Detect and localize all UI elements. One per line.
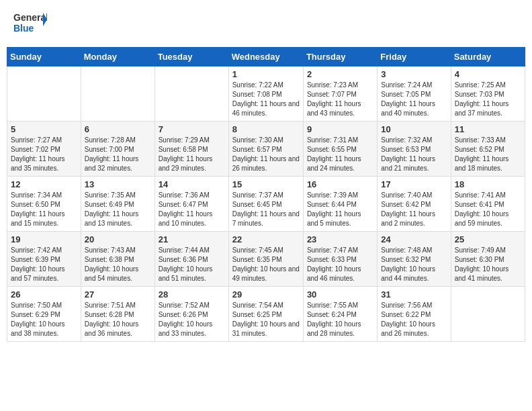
day-number: 27 bbox=[85, 289, 151, 300]
calendar-cell: 31Sunrise: 7:56 AM Sunset: 6:22 PM Dayli… bbox=[378, 287, 451, 342]
day-number: 31 bbox=[381, 289, 447, 300]
day-info: Sunrise: 7:55 AM Sunset: 6:24 PM Dayligh… bbox=[307, 301, 373, 338]
day-header-wednesday: Wednesday bbox=[228, 48, 303, 66]
day-info: Sunrise: 7:24 AM Sunset: 7:05 PM Dayligh… bbox=[381, 81, 447, 118]
calendar-cell: 27Sunrise: 7:51 AM Sunset: 6:28 PM Dayli… bbox=[81, 287, 154, 342]
day-info: Sunrise: 7:54 AM Sunset: 6:25 PM Dayligh… bbox=[232, 301, 300, 338]
calendar-cell: 5Sunrise: 7:27 AM Sunset: 7:02 PM Daylig… bbox=[7, 122, 81, 177]
day-header-thursday: Thursday bbox=[303, 48, 377, 66]
calendar-week-row: 1Sunrise: 7:22 AM Sunset: 7:08 PM Daylig… bbox=[7, 66, 525, 122]
day-info: Sunrise: 7:28 AM Sunset: 7:00 PM Dayligh… bbox=[85, 136, 151, 173]
day-number: 3 bbox=[381, 69, 447, 79]
day-info: Sunrise: 7:44 AM Sunset: 6:36 PM Dayligh… bbox=[159, 246, 225, 283]
calendar-cell: 20Sunrise: 7:43 AM Sunset: 6:38 PM Dayli… bbox=[81, 232, 154, 287]
calendar-cell: 4Sunrise: 7:25 AM Sunset: 7:03 PM Daylig… bbox=[451, 66, 525, 122]
calendar-week-row: 12Sunrise: 7:34 AM Sunset: 6:50 PM Dayli… bbox=[7, 177, 525, 232]
calendar-cell: 10Sunrise: 7:32 AM Sunset: 6:53 PM Dayli… bbox=[378, 122, 451, 177]
day-info: Sunrise: 7:56 AM Sunset: 6:22 PM Dayligh… bbox=[381, 301, 447, 338]
day-info: Sunrise: 7:37 AM Sunset: 6:45 PM Dayligh… bbox=[232, 191, 300, 228]
day-number: 23 bbox=[307, 234, 373, 244]
day-info: Sunrise: 7:32 AM Sunset: 6:53 PM Dayligh… bbox=[381, 136, 447, 173]
calendar-cell: 18Sunrise: 7:41 AM Sunset: 6:41 PM Dayli… bbox=[451, 177, 525, 232]
day-number: 21 bbox=[159, 234, 225, 244]
calendar-cell: 30Sunrise: 7:55 AM Sunset: 6:24 PM Dayli… bbox=[303, 287, 377, 342]
day-number: 6 bbox=[85, 124, 151, 134]
day-number: 15 bbox=[232, 179, 300, 189]
day-number: 28 bbox=[159, 289, 225, 300]
day-info: Sunrise: 7:42 AM Sunset: 6:39 PM Dayligh… bbox=[11, 246, 77, 283]
calendar-cell: 25Sunrise: 7:49 AM Sunset: 6:30 PM Dayli… bbox=[451, 232, 525, 287]
svg-text:General: General bbox=[13, 12, 47, 23]
calendar-cell: 24Sunrise: 7:48 AM Sunset: 6:32 PM Dayli… bbox=[378, 232, 451, 287]
calendar-week-row: 5Sunrise: 7:27 AM Sunset: 7:02 PM Daylig… bbox=[7, 122, 525, 177]
day-number: 16 bbox=[307, 179, 373, 189]
day-info: Sunrise: 7:49 AM Sunset: 6:30 PM Dayligh… bbox=[455, 246, 521, 283]
day-number: 10 bbox=[381, 124, 447, 134]
calendar-cell bbox=[154, 66, 228, 122]
calendar-cell: 22Sunrise: 7:45 AM Sunset: 6:35 PM Dayli… bbox=[228, 232, 303, 287]
day-info: Sunrise: 7:47 AM Sunset: 6:33 PM Dayligh… bbox=[307, 246, 373, 283]
calendar-cell bbox=[81, 66, 154, 122]
day-number: 14 bbox=[159, 179, 225, 189]
day-header-friday: Friday bbox=[378, 48, 451, 66]
calendar-week-row: 26Sunrise: 7:50 AM Sunset: 6:29 PM Dayli… bbox=[7, 287, 525, 342]
calendar-cell: 14Sunrise: 7:36 AM Sunset: 6:47 PM Dayli… bbox=[154, 177, 228, 232]
day-number: 25 bbox=[455, 234, 521, 244]
page-header: General Blue bbox=[7, 7, 525, 40]
day-info: Sunrise: 7:27 AM Sunset: 7:02 PM Dayligh… bbox=[11, 136, 77, 173]
day-number: 7 bbox=[159, 124, 225, 134]
day-header-monday: Monday bbox=[81, 48, 154, 66]
calendar-cell: 15Sunrise: 7:37 AM Sunset: 6:45 PM Dayli… bbox=[228, 177, 303, 232]
calendar-table: SundayMondayTuesdayWednesdayThursdayFrid… bbox=[7, 47, 525, 342]
day-number: 2 bbox=[307, 69, 373, 79]
day-number: 1 bbox=[232, 69, 300, 79]
day-number: 26 bbox=[11, 289, 77, 300]
day-info: Sunrise: 7:35 AM Sunset: 6:49 PM Dayligh… bbox=[85, 191, 151, 228]
calendar-cell: 28Sunrise: 7:52 AM Sunset: 6:26 PM Dayli… bbox=[154, 287, 228, 342]
day-number: 13 bbox=[85, 179, 151, 189]
logo-icon: General Blue bbox=[13, 10, 47, 37]
day-number: 20 bbox=[85, 234, 151, 244]
calendar-cell: 23Sunrise: 7:47 AM Sunset: 6:33 PM Dayli… bbox=[303, 232, 377, 287]
day-number: 12 bbox=[11, 179, 77, 189]
day-number: 24 bbox=[381, 234, 447, 244]
calendar-cell: 12Sunrise: 7:34 AM Sunset: 6:50 PM Dayli… bbox=[7, 177, 81, 232]
calendar-cell: 3Sunrise: 7:24 AM Sunset: 7:05 PM Daylig… bbox=[378, 66, 451, 122]
calendar-cell: 6Sunrise: 7:28 AM Sunset: 7:00 PM Daylig… bbox=[81, 122, 154, 177]
svg-text:Blue: Blue bbox=[13, 23, 34, 34]
day-info: Sunrise: 7:43 AM Sunset: 6:38 PM Dayligh… bbox=[85, 246, 151, 283]
calendar-week-row: 19Sunrise: 7:42 AM Sunset: 6:39 PM Dayli… bbox=[7, 232, 525, 287]
day-info: Sunrise: 7:30 AM Sunset: 6:57 PM Dayligh… bbox=[232, 136, 300, 173]
logo: General Blue bbox=[13, 10, 47, 37]
calendar-cell: 2Sunrise: 7:23 AM Sunset: 7:07 PM Daylig… bbox=[303, 66, 377, 122]
day-number: 30 bbox=[307, 289, 373, 300]
calendar-cell: 7Sunrise: 7:29 AM Sunset: 6:58 PM Daylig… bbox=[154, 122, 228, 177]
calendar-cell: 1Sunrise: 7:22 AM Sunset: 7:08 PM Daylig… bbox=[228, 66, 303, 122]
day-number: 17 bbox=[381, 179, 447, 189]
calendar-cell bbox=[451, 287, 525, 342]
day-info: Sunrise: 7:52 AM Sunset: 6:26 PM Dayligh… bbox=[159, 301, 225, 338]
day-info: Sunrise: 7:29 AM Sunset: 6:58 PM Dayligh… bbox=[159, 136, 225, 173]
day-header-sunday: Sunday bbox=[7, 48, 81, 66]
day-header-saturday: Saturday bbox=[451, 48, 525, 66]
day-info: Sunrise: 7:51 AM Sunset: 6:28 PM Dayligh… bbox=[85, 301, 151, 338]
calendar-cell: 17Sunrise: 7:40 AM Sunset: 6:42 PM Dayli… bbox=[378, 177, 451, 232]
day-number: 22 bbox=[232, 234, 300, 244]
calendar-cell: 21Sunrise: 7:44 AM Sunset: 6:36 PM Dayli… bbox=[154, 232, 228, 287]
day-number: 19 bbox=[11, 234, 77, 244]
day-info: Sunrise: 7:23 AM Sunset: 7:07 PM Dayligh… bbox=[307, 81, 373, 118]
day-info: Sunrise: 7:50 AM Sunset: 6:29 PM Dayligh… bbox=[11, 301, 77, 338]
day-number: 29 bbox=[232, 289, 300, 300]
calendar-cell: 16Sunrise: 7:39 AM Sunset: 6:44 PM Dayli… bbox=[303, 177, 377, 232]
day-number: 8 bbox=[232, 124, 300, 134]
calendar-cell: 9Sunrise: 7:31 AM Sunset: 6:55 PM Daylig… bbox=[303, 122, 377, 177]
calendar-cell: 26Sunrise: 7:50 AM Sunset: 6:29 PM Dayli… bbox=[7, 287, 81, 342]
day-info: Sunrise: 7:40 AM Sunset: 6:42 PM Dayligh… bbox=[381, 191, 447, 228]
day-info: Sunrise: 7:34 AM Sunset: 6:50 PM Dayligh… bbox=[11, 191, 77, 228]
day-info: Sunrise: 7:31 AM Sunset: 6:55 PM Dayligh… bbox=[307, 136, 373, 173]
calendar-cell: 29Sunrise: 7:54 AM Sunset: 6:25 PM Dayli… bbox=[228, 287, 303, 342]
day-info: Sunrise: 7:39 AM Sunset: 6:44 PM Dayligh… bbox=[307, 191, 373, 228]
calendar-cell: 11Sunrise: 7:33 AM Sunset: 6:52 PM Dayli… bbox=[451, 122, 525, 177]
day-header-tuesday: Tuesday bbox=[154, 48, 228, 66]
day-number: 9 bbox=[307, 124, 373, 134]
